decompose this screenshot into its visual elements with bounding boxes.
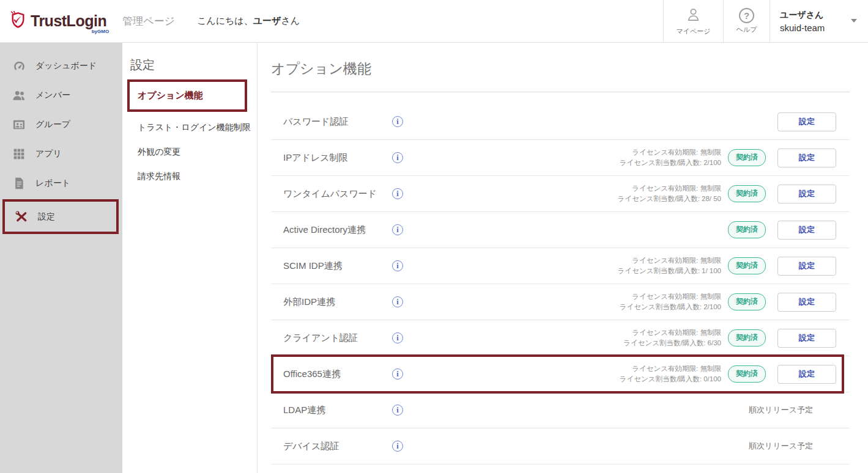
feature-row: Active Directory連携i契約済設定 <box>271 212 850 248</box>
greeting-username: ユーザ <box>253 15 281 26</box>
configure-button[interactable]: 設定 <box>777 221 836 240</box>
settings-nav: 設定 オプション機能トラスト・ログイン機能制限外観の変更請求先情報 <box>122 43 258 473</box>
configure-button[interactable]: 設定 <box>777 185 836 204</box>
mypage-button[interactable]: マイページ <box>663 0 723 42</box>
sidebar-item-report[interactable]: レポート <box>0 169 122 198</box>
main-content: オプション機能 パスワード認証i設定IPアドレス制限iライセンス有効期限: 無制… <box>258 43 868 473</box>
license-expiry: ライセンス有効期限: 無制限 <box>618 183 721 194</box>
contracted-badge: 契約済 <box>728 365 766 383</box>
info-icon[interactable]: i <box>392 405 403 416</box>
settings-icon <box>14 210 29 224</box>
feature-row: IPアドレス制限iライセンス有効期限: 無制限ライセンス割当数/購入数: 2/1… <box>271 140 850 176</box>
feature-label: クライアント認証 <box>283 332 392 344</box>
feature-row: ワンタイムパスワードiライセンス有効期限: 無制限ライセンス割当数/購入数: 2… <box>271 176 850 212</box>
sidebar-item-label: 設定 <box>38 211 55 222</box>
row-controls: 順次リリース予定 <box>749 405 836 416</box>
feature-row: Office365連携iライセンス有効期限: 無制限ライセンス割当数/購入数: … <box>271 356 850 392</box>
feature-label: ワンタイムパスワード <box>283 188 392 200</box>
feature-label: パスワード認証 <box>283 116 392 128</box>
page-title: オプション機能 <box>271 59 850 78</box>
settings-nav-item[interactable]: 請求先情報 <box>122 164 257 189</box>
mypage-label: マイページ <box>676 27 710 36</box>
settings-nav-item[interactable]: オプション機能 <box>127 79 247 112</box>
license-usage: ライセンス割当数/購入数: 0/100 <box>620 374 721 384</box>
row-controls: ライセンス有効期限: 無制限ライセンス割当数/購入数: 2/100契約済設定 <box>620 147 836 169</box>
license-info: ライセンス有効期限: 無制限ライセンス割当数/購入数: 1/ 100 <box>618 255 721 277</box>
contracted-badge: 契約済 <box>728 149 766 166</box>
title-separator <box>271 92 850 92</box>
contracted-badge: 契約済 <box>728 293 766 310</box>
feature-row: クライアント認証iライセンス有効期限: 無制限ライセンス割当数/購入数: 6/3… <box>271 320 850 356</box>
info-icon[interactable]: i <box>392 260 403 271</box>
info-icon[interactable]: i <box>392 152 403 163</box>
settings-nav-item[interactable]: トラスト・ログイン機能制限 <box>122 116 257 140</box>
feature-row: LDAP連携i順次リリース予定 <box>271 392 850 428</box>
license-info: ライセンス有効期限: 無制限ライセンス割当数/購入数: 2/100 <box>620 292 721 313</box>
configure-button[interactable]: 設定 <box>777 112 836 131</box>
contracted-badge: 契約済 <box>728 329 766 346</box>
release-note: 順次リリース予定 <box>749 441 813 452</box>
help-button[interactable]: ? ヘルプ <box>723 0 770 42</box>
caret-down-icon <box>851 19 857 23</box>
members-icon <box>12 89 26 101</box>
greeting: こんにちは、ユーザさん <box>197 15 300 27</box>
info-icon[interactable]: i <box>392 441 403 452</box>
shield-logo-icon <box>10 11 26 32</box>
info-icon[interactable]: i <box>392 116 403 127</box>
license-expiry: ライセンス有効期限: 無制限 <box>620 364 721 374</box>
row-controls: 契約済設定 <box>721 221 836 240</box>
sidebar-item-groups[interactable]: グループ <box>0 110 122 139</box>
license-info: ライセンス有効期限: 無制限ライセンス割当数/購入数: 2/100 <box>620 147 721 169</box>
info-icon[interactable]: i <box>392 332 403 343</box>
license-expiry: ライセンス有効期限: 無制限 <box>620 147 721 158</box>
feature-label: Active Directory連携 <box>283 224 392 236</box>
info-icon[interactable]: i <box>392 296 403 307</box>
header: TrustLogin byGMO 管理ページ こんにちは、ユーザさん マイページ… <box>0 0 868 43</box>
feature-label: SCIM IDP連携 <box>283 260 392 272</box>
license-info: ライセンス有効期限: 無制限ライセンス割当数/購入数: 28/ 50 <box>618 183 721 205</box>
row-controls: ライセンス有効期限: 無制限ライセンス割当数/購入数: 2/100契約済設定 <box>620 292 836 313</box>
configure-button[interactable]: 設定 <box>777 329 836 348</box>
configure-button[interactable]: 設定 <box>777 293 836 312</box>
sidebar-item-apps[interactable]: アプリ <box>0 139 122 169</box>
feature-row: デバイス認証i順次リリース予定 <box>271 428 850 464</box>
settings-nav-items: オプション機能トラスト・ログイン機能制限外観の変更請求先情報 <box>122 79 257 189</box>
sidebar-item-settings[interactable]: 設定 <box>2 199 119 234</box>
row-controls: ライセンス有効期限: 無制限ライセンス割当数/購入数: 1/ 100契約済設定 <box>618 255 836 277</box>
feature-rows: パスワード認証i設定IPアドレス制限iライセンス有効期限: 無制限ライセンス割当… <box>271 104 850 464</box>
info-icon[interactable]: i <box>392 188 403 199</box>
feature-label: デバイス認証 <box>283 441 392 452</box>
feature-label: Office365連携 <box>283 369 392 380</box>
info-icon[interactable]: i <box>392 369 403 380</box>
license-expiry: ライセンス有効期限: 無制限 <box>623 328 721 338</box>
license-usage: ライセンス割当数/購入数: 2/100 <box>620 158 721 168</box>
license-expiry: ライセンス有効期限: 無制限 <box>620 292 721 302</box>
trustlogin-logo[interactable]: TrustLogin byGMO <box>10 11 106 32</box>
configure-button[interactable]: 設定 <box>777 365 836 384</box>
account-team-name: skuid-team <box>780 23 825 33</box>
feature-row: SCIM IDP連携iライセンス有効期限: 無制限ライセンス割当数/購入数: 1… <box>271 248 850 284</box>
sidebar-item-label: レポート <box>35 178 70 189</box>
configure-button[interactable]: 設定 <box>777 148 836 167</box>
user-icon <box>685 6 702 25</box>
report-icon <box>12 177 26 189</box>
info-icon[interactable]: i <box>392 224 403 235</box>
settings-nav-item[interactable]: 外観の変更 <box>122 140 257 164</box>
sidebar-item-label: アプリ <box>35 148 62 160</box>
sidebar-item-label: メンバー <box>35 90 70 101</box>
sidebar-item-dashboard[interactable]: ダッシュボード <box>0 51 122 81</box>
help-icon: ? <box>739 8 754 23</box>
license-info: ライセンス有効期限: 無制限ライセンス割当数/購入数: 0/100 <box>620 364 721 385</box>
dashboard-icon <box>12 60 26 73</box>
account-menu[interactable]: ユーザさん skuid-team <box>770 0 868 42</box>
account-user-name: ユーザさん <box>780 10 825 21</box>
row-controls: ライセンス有効期限: 無制限ライセンス割当数/購入数: 28/ 50契約済設定 <box>618 183 836 205</box>
groups-icon <box>12 119 26 131</box>
help-label: ヘルプ <box>736 25 757 34</box>
feature-label: LDAP連携 <box>283 405 392 416</box>
configure-button[interactable]: 設定 <box>777 257 836 276</box>
license-usage: ライセンス割当数/購入数: 1/ 100 <box>618 266 721 276</box>
sidebar-item-members[interactable]: メンバー <box>0 81 122 110</box>
header-actions: マイページ ? ヘルプ ユーザさん skuid-team <box>663 0 868 42</box>
feature-row: パスワード認証i設定 <box>271 104 850 140</box>
